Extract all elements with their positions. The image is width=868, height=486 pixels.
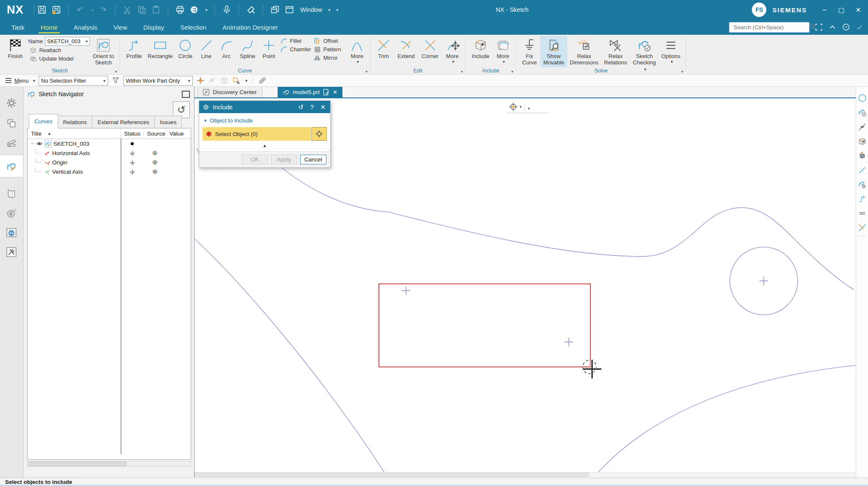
- show-movable-button[interactable]: Show Movable: [540, 36, 567, 67]
- microphone-icon[interactable]: [222, 5, 232, 15]
- fullscreen-icon[interactable]: [815, 23, 823, 31]
- table-row-vertical-axis[interactable]: y Vertical Axis ⊕: [28, 167, 191, 176]
- point-dialog-icon[interactable]: [509, 102, 518, 111]
- tab-home[interactable]: Home: [33, 19, 66, 35]
- paste-icon[interactable]: [151, 5, 161, 15]
- group-dropdown-icon[interactable]: ▾: [511, 69, 513, 74]
- sketch-checking-tool-icon[interactable]: [857, 107, 867, 117]
- expander-icon[interactable]: −: [30, 141, 34, 147]
- tab-curves[interactable]: Curves: [29, 114, 58, 128]
- tab-task[interactable]: Task: [3, 19, 33, 35]
- part-outline-bottom-curve[interactable]: [593, 365, 856, 472]
- profile-button[interactable]: Profile: [122, 36, 146, 61]
- vertex-markers[interactable]: [402, 277, 768, 346]
- tab-view[interactable]: View: [106, 19, 135, 35]
- help-icon[interactable]: ?: [842, 23, 850, 31]
- selection-filter-dropdown[interactable]: No Selection Filter ▾: [39, 76, 108, 86]
- spline-button[interactable]: Spline: [236, 36, 259, 61]
- process-tools-icon[interactable]: [0, 244, 23, 261]
- orient-to-sketch-button[interactable]: Orient to Sketch: [90, 36, 117, 67]
- column-value[interactable]: Value: [166, 128, 191, 139]
- tab-animation-designer[interactable]: Animation Designer: [214, 19, 286, 35]
- command-search[interactable]: [729, 22, 810, 33]
- intersection-point-tool-icon[interactable]: [857, 122, 867, 132]
- finish-sketch-button[interactable]: Finish: [3, 36, 28, 61]
- arc-button[interactable]: Arc: [216, 36, 236, 61]
- update-model-button[interactable]: Update Model: [28, 55, 90, 63]
- snap-settings-icon[interactable]: [232, 76, 240, 85]
- chevron-down-icon[interactable]: ▾: [528, 106, 530, 111]
- object-to-include-section[interactable]: ▼ Object to Include: [203, 117, 327, 124]
- assembly-navigator-icon[interactable]: [0, 115, 23, 132]
- reuse-library-icon[interactable]: [0, 185, 23, 202]
- scrollbar-thumb[interactable]: [195, 473, 589, 477]
- knowledge-fusion-icon[interactable]: [0, 205, 23, 222]
- copy-icon[interactable]: [136, 5, 147, 15]
- trim-tool-icon[interactable]: [857, 222, 867, 233]
- tab-relations[interactable]: Relations: [58, 116, 92, 128]
- window-menu[interactable]: Window: [300, 6, 323, 13]
- cut-icon[interactable]: [122, 5, 132, 15]
- group-dropdown-icon[interactable]: ▾: [365, 69, 367, 74]
- column-source[interactable]: Source: [144, 128, 166, 139]
- fix-curve-button[interactable]: Fix Curve: [519, 36, 540, 67]
- scrollbar-thumb[interactable]: [28, 462, 127, 467]
- ok-button[interactable]: OK: [242, 155, 268, 164]
- sketch-options-button[interactable]: Options ▾: [659, 36, 683, 65]
- rectangle-button[interactable]: Rectangle: [146, 36, 175, 61]
- tab-discovery-center[interactable]: Discovery Center: [197, 87, 262, 97]
- snap-arc-center-icon[interactable]: [208, 76, 217, 85]
- corner-button[interactable]: Corner: [418, 36, 442, 61]
- group-dropdown-icon[interactable]: ▾: [681, 69, 683, 74]
- tab-external-references[interactable]: External References: [92, 116, 155, 128]
- tab-issues[interactable]: Issues: [154, 116, 182, 128]
- sketch-settings-icon[interactable]: [857, 179, 867, 189]
- pattern-button[interactable]: Pattern: [312, 45, 347, 53]
- chevron-down-icon[interactable]: ▾: [245, 78, 248, 83]
- circle-button[interactable]: Circle: [175, 36, 196, 61]
- fillet-button[interactable]: Fillet: [279, 37, 312, 45]
- point-button[interactable]: Point: [259, 36, 279, 61]
- cancel-button[interactable]: Cancel: [300, 155, 326, 164]
- part-outline-top-curve[interactable]: [263, 152, 854, 290]
- close-button[interactable]: ✕: [853, 6, 864, 14]
- profile-tool-icon[interactable]: [857, 194, 867, 204]
- cascade-windows-icon[interactable]: [270, 5, 280, 15]
- dialog-reset-icon[interactable]: ↺: [297, 103, 305, 111]
- minimize-button[interactable]: –: [819, 6, 830, 14]
- snap-point-icon[interactable]: [196, 76, 205, 85]
- reorient-cube-icon[interactable]: [857, 150, 867, 161]
- circle-tool-icon[interactable]: [857, 93, 867, 103]
- plus-marker[interactable]: [402, 286, 410, 295]
- table-row-sketch[interactable]: − SKETCH_003 ●: [28, 139, 191, 148]
- reattach-button[interactable]: Reattach: [28, 46, 90, 54]
- table-row-horizontal-axis[interactable]: x Horizontal Axis ⊕: [28, 148, 191, 158]
- tab-selection[interactable]: Selection: [172, 19, 214, 35]
- column-status[interactable]: Status: [121, 128, 144, 139]
- point-constructor-button[interactable]: [312, 127, 327, 141]
- window-dropdown-arrow[interactable]: ▾: [328, 8, 330, 12]
- redo-icon[interactable]: [98, 5, 108, 15]
- undock-panel-icon[interactable]: [182, 91, 190, 98]
- sketch-navigator-tab-icon[interactable]: [0, 155, 23, 178]
- roles-gear-icon[interactable]: [0, 94, 23, 111]
- customize-quick-access-icon[interactable]: ▾: [336, 8, 338, 12]
- part-outline-left-curve[interactable]: [195, 239, 388, 472]
- include-button[interactable]: Include: [468, 36, 493, 61]
- new-window-icon[interactable]: [284, 5, 295, 15]
- save-as-icon[interactable]: [51, 5, 61, 15]
- user-avatar[interactable]: FS: [752, 3, 766, 17]
- command-finder-dropdown-arrow[interactable]: ▾: [206, 8, 208, 12]
- tab-display[interactable]: Display: [135, 19, 172, 35]
- relax-relations-button[interactable]: Relax Relations: [601, 36, 630, 67]
- parallel-constraint-icon[interactable]: [857, 208, 867, 218]
- trim-button[interactable]: Trim: [373, 36, 394, 61]
- group-dropdown-icon[interactable]: ▾: [115, 69, 117, 74]
- print-icon[interactable]: [175, 5, 185, 15]
- select-object-field[interactable]: ✱ Select Object (0): [203, 127, 311, 141]
- constraint-navigator-icon[interactable]: [0, 135, 23, 152]
- selection-scope-dropdown[interactable]: Within Work Part Only ▾: [123, 76, 193, 86]
- group-dropdown-icon[interactable]: ▾: [461, 69, 463, 74]
- menu-button[interactable]: MMenuenu ▾: [5, 78, 35, 84]
- include-tool-icon[interactable]: [857, 136, 867, 146]
